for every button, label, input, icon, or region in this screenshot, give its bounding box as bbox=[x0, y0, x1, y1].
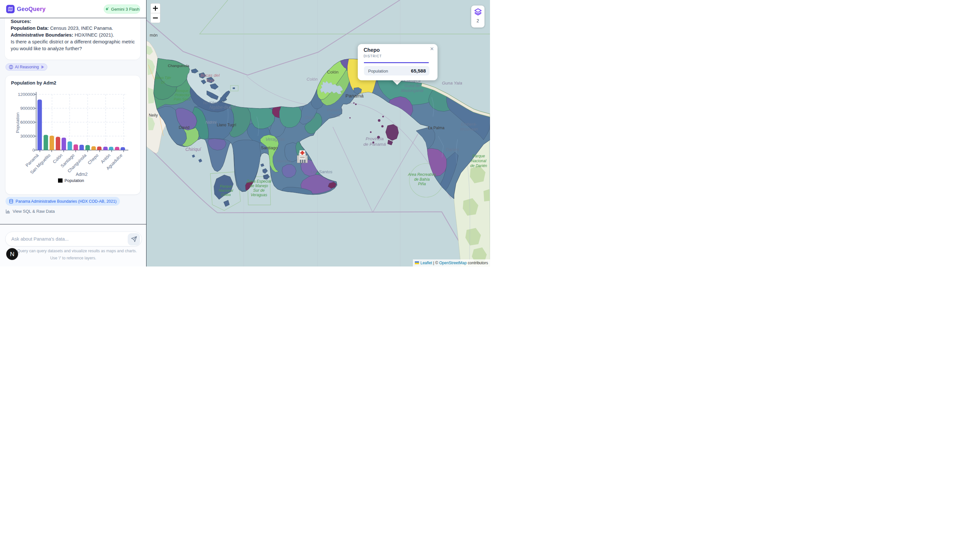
svg-text:Veraguas: Veraguas bbox=[251, 193, 267, 197]
svg-text:Bosque: Bosque bbox=[176, 89, 188, 93]
svg-text:Sur de: Sur de bbox=[253, 188, 265, 193]
svg-text:900000: 900000 bbox=[20, 106, 35, 111]
svg-text:Madungandi: Madungandi bbox=[401, 89, 424, 93]
svg-text:Darién: Darién bbox=[445, 147, 459, 152]
svg-text:Palo Seco: Palo Seco bbox=[174, 97, 191, 101]
svg-text:Provincia: Provincia bbox=[366, 136, 384, 141]
svg-text:Toro: Toro bbox=[206, 78, 215, 83]
svg-text:Protector: Protector bbox=[175, 93, 190, 97]
svg-text:Herrera: Herrera bbox=[277, 159, 291, 163]
svg-text:de Manejo: de Manejo bbox=[250, 184, 268, 188]
svg-text:Population: Population bbox=[15, 113, 20, 133]
svg-text:Panamá: Panamá bbox=[345, 93, 364, 98]
svg-text:Coiba: Coiba bbox=[221, 193, 231, 197]
svg-text:Zona Especial: Zona Especial bbox=[246, 179, 271, 184]
svg-text:Population: Population bbox=[65, 178, 84, 183]
svg-text:300000: 300000 bbox=[20, 134, 35, 139]
svg-text:Coclé: Coclé bbox=[305, 115, 315, 120]
svg-text:Di: Di bbox=[161, 80, 165, 84]
svg-text:Nidrini: Nidrini bbox=[205, 120, 216, 125]
svg-text:La Palma: La Palma bbox=[428, 125, 445, 130]
svg-text:Ngäbe-Buglé: Ngäbe-Buglé bbox=[209, 105, 236, 110]
svg-text:Neily: Neily bbox=[149, 113, 158, 117]
svg-text:Guna Yala: Guna Yala bbox=[442, 81, 463, 86]
svg-text:Colón: Colón bbox=[307, 77, 318, 82]
svg-text:Santiago: Santiago bbox=[261, 145, 277, 150]
svg-text:Llano Tugrí: Llano Tugrí bbox=[217, 123, 237, 127]
svg-text:Colón: Colón bbox=[52, 153, 64, 165]
svg-text:Emberá-: Emberá- bbox=[461, 122, 477, 127]
svg-text:Chiriquí: Chiriquí bbox=[185, 147, 202, 152]
svg-text:Parque: Parque bbox=[473, 154, 485, 159]
svg-text:Los Santos: Los Santos bbox=[310, 169, 332, 174]
svg-text:Colón: Colón bbox=[327, 70, 338, 75]
svg-text:Parque: Parque bbox=[220, 184, 232, 188]
svg-text:Panamá: Panamá bbox=[327, 108, 342, 113]
svg-text:600000: 600000 bbox=[20, 120, 35, 125]
svg-text:Nacional: Nacional bbox=[219, 189, 233, 192]
svg-text:món: món bbox=[150, 33, 158, 38]
svg-text:de Panamá: de Panamá bbox=[363, 142, 386, 147]
svg-text:Adm2: Adm2 bbox=[76, 171, 88, 177]
svg-text:Wounaan: Wounaan bbox=[460, 127, 478, 132]
svg-text:Naso Tjër: Naso Tjër bbox=[155, 76, 172, 80]
svg-text:Chepo: Chepo bbox=[87, 153, 100, 165]
svg-text:1200000: 1200000 bbox=[18, 92, 35, 97]
svg-text:Nacional: Nacional bbox=[471, 159, 487, 163]
svg-text:Guna de: Guna de bbox=[404, 84, 420, 88]
svg-text:Oeste: Oeste bbox=[329, 113, 340, 117]
svg-text:Antón: Antón bbox=[100, 153, 111, 165]
svg-text:Veraguas: Veraguas bbox=[266, 136, 285, 142]
svg-text:Bocas del: Bocas del bbox=[200, 73, 220, 78]
svg-text:Area Recreativa: Area Recreativa bbox=[408, 172, 436, 177]
svg-text:Piña: Piña bbox=[418, 182, 426, 186]
svg-text:de Darién: de Darién bbox=[470, 163, 487, 168]
svg-text:Changuinola: Changuinola bbox=[168, 63, 189, 68]
svg-text:David: David bbox=[178, 125, 189, 130]
svg-text:0: 0 bbox=[32, 148, 35, 152]
svg-text:de Bahía: de Bahía bbox=[414, 177, 430, 182]
